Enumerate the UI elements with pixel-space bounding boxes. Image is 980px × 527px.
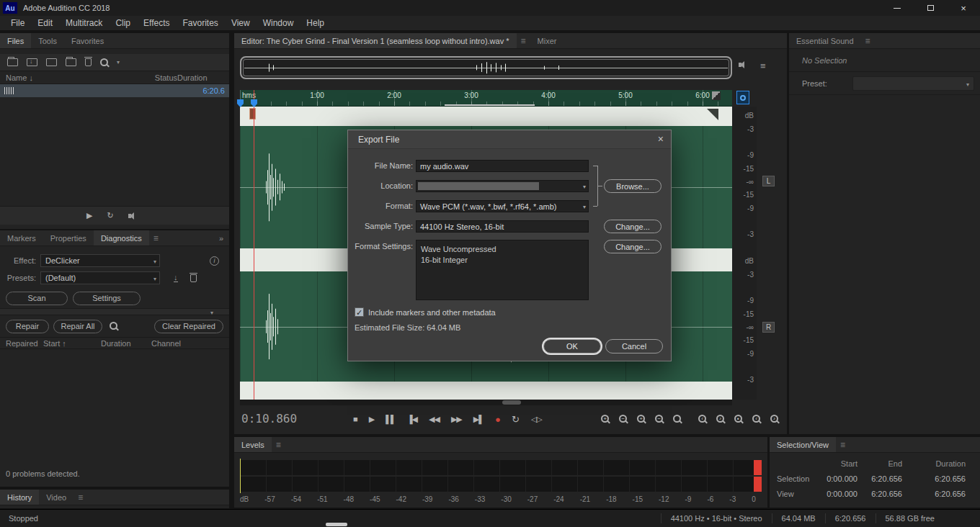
panel-menu-icon[interactable]: ≡ (861, 36, 875, 46)
minimize-button[interactable] (881, 0, 914, 16)
repair-button[interactable]: Repair (6, 320, 49, 333)
menu-favorites[interactable]: Favorites (177, 18, 225, 28)
tab-favorites[interactable]: Favorites (64, 33, 111, 48)
repair-all-button[interactable]: Repair All (53, 320, 102, 333)
search-icon[interactable] (100, 58, 108, 66)
preset-dropdown[interactable]: ▾ (852, 76, 974, 91)
skip-selection-button[interactable]: ◁▷ (531, 415, 542, 423)
snapping-toggle-icon[interactable] (736, 91, 749, 104)
loop-playback-button[interactable]: ↻ (512, 415, 520, 424)
column-repaired[interactable]: Repaired (6, 339, 43, 348)
pause-button[interactable]: ▌▌ (386, 415, 396, 423)
tab-files[interactable]: Files (0, 33, 31, 48)
menu-file[interactable]: File (4, 18, 31, 28)
file-name-input[interactable] (416, 160, 589, 172)
trim-handle-icon[interactable] (707, 109, 718, 120)
close-button[interactable]: × (947, 0, 980, 16)
ok-button[interactable]: OK (543, 339, 601, 353)
channel-strip-bottom[interactable] (240, 382, 732, 400)
sample-type-change-button[interactable]: Change... (604, 220, 662, 233)
selection-start-marker[interactable] (249, 108, 256, 120)
dialog-close-icon[interactable]: × (658, 133, 664, 145)
zoom-to-selection-button[interactable]: ▪ (734, 415, 742, 423)
zoom-in-at-out-point-button[interactable]: › (716, 415, 724, 423)
column-channel[interactable]: Channel (151, 339, 223, 348)
save-preset-icon[interactable]: ↓ (174, 274, 178, 282)
panel-menu-icon[interactable]: ≡ (517, 36, 530, 46)
format-settings-change-button[interactable]: Change... (604, 240, 662, 253)
tab-mixer[interactable]: Mixer (530, 33, 564, 48)
column-name[interactable]: Name ↓ (6, 73, 133, 82)
zoom-left-button[interactable]: ‹ (752, 415, 760, 423)
tab-levels[interactable]: Levels (234, 437, 272, 452)
column-start[interactable]: Start ↑ (43, 339, 101, 348)
menu-effects[interactable]: Effects (137, 18, 176, 28)
menu-window[interactable]: Window (257, 18, 300, 28)
settings-button[interactable]: Settings (73, 292, 141, 305)
editor-options-icon[interactable]: ≡ (760, 60, 766, 71)
tab-overflow-icon[interactable]: » (219, 234, 229, 243)
scrollbar-thumb[interactable] (502, 400, 521, 405)
tab-markers[interactable]: Markers (0, 230, 43, 246)
tab-tools[interactable]: Tools (31, 33, 64, 48)
maximize-button[interactable] (914, 0, 947, 16)
skip-to-start-button[interactable]: ▐◀ (407, 415, 417, 423)
monitor-volume-icon[interactable] (739, 60, 749, 69)
skip-to-end-button[interactable]: ▶▌ (473, 415, 484, 423)
delete-preset-icon[interactable] (190, 274, 197, 282)
auto-play-icon[interactable] (128, 212, 138, 220)
panel-splitter[interactable]: ▾ (0, 308, 229, 315)
column-duration[interactable]: Duration (101, 339, 151, 348)
presets-dropdown[interactable]: (Default) ▾ (40, 271, 160, 284)
ruler-options-icon[interactable] (712, 91, 721, 100)
delete-icon[interactable] (85, 58, 92, 66)
tab-essential-sound[interactable]: Essential Sound (789, 33, 861, 48)
magnify-results-icon[interactable] (110, 322, 117, 330)
include-markers-checkbox[interactable]: ✓ (355, 307, 364, 317)
location-combo[interactable]: ▾ (416, 180, 589, 192)
dialog-title-bar[interactable]: Export File (348, 130, 671, 149)
tab-editor[interactable]: Editor: The Cyber Grind - Final Version … (234, 33, 517, 48)
cancel-button[interactable]: Cancel (605, 339, 663, 353)
format-dropdown[interactable]: Wave PCM (*.wav, *.bwf, *.rf64, *.amb) ▾ (416, 200, 589, 212)
fast-forward-button[interactable]: ▶▶ (451, 415, 462, 423)
clip-indicator[interactable] (754, 477, 762, 492)
import-files-icon[interactable] (27, 58, 37, 66)
play-button[interactable]: ▶ (369, 415, 374, 423)
scan-button[interactable]: Scan (6, 292, 68, 305)
panel-menu-icon[interactable]: ≡ (836, 440, 850, 450)
record-button[interactable]: ● (495, 415, 500, 424)
effect-dropdown[interactable]: DeClicker ▾ (40, 254, 160, 267)
insert-into-multitrack-icon[interactable] (46, 58, 57, 66)
channel-strip-top[interactable] (240, 107, 732, 126)
menu-view[interactable]: View (225, 18, 257, 28)
rewind-button[interactable]: ◀◀ (429, 415, 440, 423)
clip-indicator[interactable] (754, 460, 762, 475)
panel-menu-icon[interactable]: ≡ (272, 440, 285, 450)
column-duration[interactable]: Duration (177, 73, 223, 82)
column-status[interactable]: Status (133, 73, 177, 82)
menu-edit[interactable]: Edit (31, 18, 59, 28)
menu-help[interactable]: Help (300, 18, 331, 28)
menu-multitrack[interactable]: Multitrack (59, 18, 109, 28)
playhead[interactable] (254, 90, 254, 400)
overview-navigator[interactable] (240, 56, 732, 79)
zoom-in-time-button[interactable]: + (601, 415, 609, 423)
clear-repaired-button[interactable]: Clear Repaired (154, 320, 223, 333)
stop-button[interactable]: ■ (353, 415, 357, 423)
zoom-in-amplitude-button[interactable]: + (637, 415, 645, 423)
zoom-right-button[interactable]: › (770, 415, 778, 423)
preview-play-icon[interactable]: ▶ (86, 211, 92, 220)
tab-diagnostics[interactable]: Diagnostics (94, 230, 149, 246)
open-file-icon[interactable] (7, 58, 18, 66)
panel-menu-icon[interactable]: ≡ (74, 492, 87, 503)
search-caret-icon[interactable]: ▾ (117, 59, 120, 66)
preview-loop-icon[interactable]: ↻ (107, 211, 113, 220)
menu-clip[interactable]: Clip (109, 18, 137, 28)
zoom-out-amplitude-button[interactable]: − (655, 415, 663, 423)
tab-properties[interactable]: Properties (43, 230, 94, 246)
scrollbar-thumb[interactable] (326, 523, 347, 526)
horizontal-scrollbar[interactable] (240, 400, 732, 405)
zoom-out-time-button[interactable]: − (619, 415, 627, 423)
info-icon[interactable]: i (210, 256, 219, 266)
